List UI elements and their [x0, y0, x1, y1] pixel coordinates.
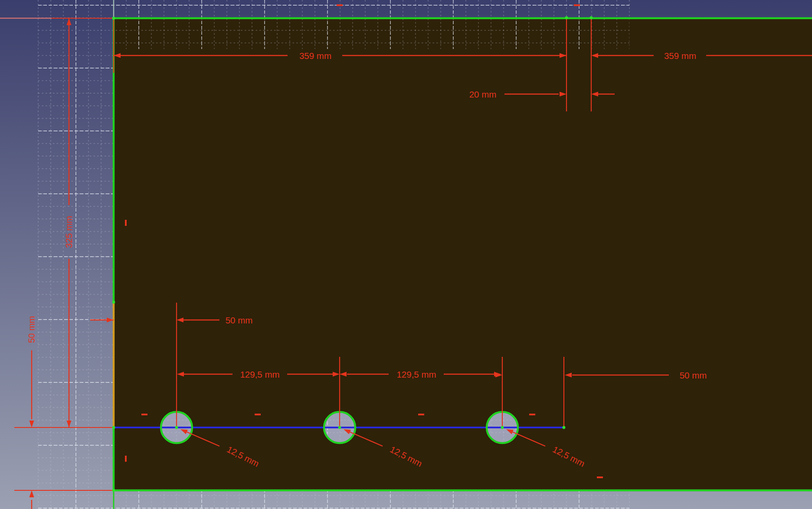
sketch-face[interactable] [114, 18, 812, 490]
vertex-point[interactable] [565, 16, 568, 20]
vertex-point[interactable] [338, 426, 341, 429]
vertex-point[interactable] [112, 301, 115, 304]
sketcher-viewport[interactable]: 359 mm359 mm20 mm50 mm129,5 mm129,5 mm50… [0, 0, 812, 509]
constraint-marker[interactable] [141, 414, 147, 415]
constraint-marker[interactable] [574, 4, 580, 6]
dimension-label-height[interactable]: 325 mm [64, 216, 74, 248]
dimension-label-hole1-offset[interactable]: 50 mm [226, 315, 253, 325]
sketcher-viewport-container: 359 mm359 mm20 mm50 mm129,5 mm129,5 mm50… [0, 0, 812, 509]
constraint-marker[interactable] [125, 220, 127, 226]
constraint-marker[interactable] [597, 476, 603, 478]
vertex-point[interactable] [112, 426, 115, 429]
constraint-marker[interactable] [337, 4, 343, 6]
dimension-label-width-right[interactable]: 359 mm [664, 51, 696, 61]
dimension-label-width-left[interactable]: 359 mm [299, 51, 331, 61]
dimension-label-hole3-offset[interactable]: 50 mm [680, 370, 707, 380]
constraint-marker[interactable] [529, 414, 535, 415]
vertex-point[interactable] [112, 17, 115, 20]
constraint-marker[interactable] [418, 414, 424, 415]
dimension-label-slot-gap[interactable]: 20 mm [469, 89, 497, 99]
vertex-point[interactable] [563, 426, 566, 429]
vertex-point[interactable] [501, 426, 504, 429]
vertex-point[interactable] [112, 489, 115, 492]
constraint-marker[interactable] [125, 456, 127, 462]
vertex-point[interactable] [175, 426, 178, 429]
dimension-label-hole-row-offset[interactable]: 50 mm [26, 316, 36, 343]
dimension-label-hole-spacing-1[interactable]: 129,5 mm [240, 369, 279, 379]
constraint-marker[interactable] [255, 414, 261, 415]
vertex-point[interactable] [590, 16, 593, 20]
dimension-label-hole-spacing-2[interactable]: 129,5 mm [396, 369, 436, 379]
